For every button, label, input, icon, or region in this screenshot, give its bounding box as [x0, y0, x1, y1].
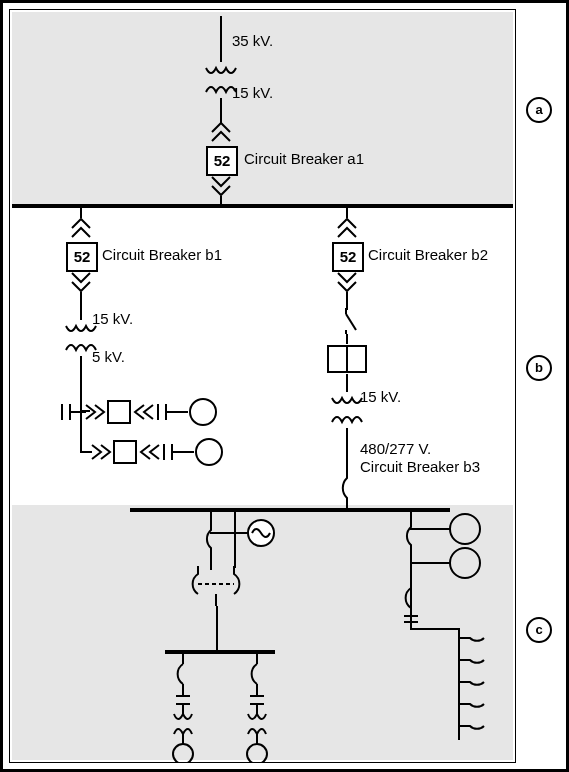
line-c-to-bus3: [216, 606, 218, 650]
line-b2-b: [346, 334, 348, 344]
chevron-up-icon: [69, 216, 93, 240]
line-b2-d: [346, 428, 348, 468]
marker-b-label: b: [535, 360, 543, 375]
load-branch-2-icon: [242, 654, 272, 763]
circuit-breaker-b2: 52: [332, 242, 364, 272]
circuit-breaker-a1: 52: [206, 146, 238, 176]
svg-point-7: [190, 399, 216, 425]
breaker-arc-b3-icon: [336, 468, 358, 508]
chevron-down-icon: [335, 270, 359, 294]
svg-line-15: [346, 314, 356, 330]
label-primary-lv: 15 kV.: [232, 84, 273, 101]
cb-a1-type: 52: [214, 152, 231, 169]
chevron-up-icon: [209, 120, 233, 144]
label-cb-b2: Circuit Breaker b2: [368, 246, 488, 263]
diagram-canvas: 35 kV. 15 kV. 52 Circuit Breaker a1: [9, 9, 516, 763]
load-branch-1-icon: [168, 654, 198, 763]
line-c-left-c: [234, 512, 236, 568]
marker-a-label: a: [535, 102, 542, 117]
svg-point-36: [450, 514, 480, 544]
drawout-element-icon: [326, 344, 368, 374]
transfer-switch-icon: [186, 566, 246, 606]
chevron-up-icon: [335, 216, 359, 240]
label-cb-a1: Circuit Breaker a1: [244, 150, 364, 167]
marker-c-label: c: [535, 622, 542, 637]
line-gen-h: [210, 532, 250, 534]
svg-point-13: [196, 439, 222, 465]
label-lv-bus-voltage: 480/277 V.: [360, 440, 431, 457]
motor-starter-1-icon: [58, 400, 238, 424]
svg-point-35: [247, 744, 267, 763]
label-b1-lv: 5 kV.: [92, 348, 125, 365]
section-markers-strip: a b c: [520, 9, 560, 763]
svg-rect-9: [114, 441, 136, 463]
label-cb-b1: Circuit Breaker b1: [102, 246, 222, 263]
cb-b1-type: 52: [74, 248, 91, 265]
breaker-arc-icon: [200, 526, 222, 552]
label-cb-b3: Circuit Breaker b3: [360, 458, 480, 475]
section-marker-b: b: [526, 355, 552, 381]
section-marker-c: c: [526, 617, 552, 643]
circuit-breaker-b1: 52: [66, 242, 98, 272]
chevron-down-icon: [209, 174, 233, 198]
svg-point-37: [450, 548, 480, 578]
line-b2-c: [346, 374, 348, 392]
diagram-frame: 35 kV. 15 kV. 52 Circuit Breaker a1: [0, 0, 569, 772]
disconnect-switch-icon: [336, 308, 360, 334]
line-motor1-h: [410, 528, 450, 530]
chevron-down-icon: [69, 270, 93, 294]
bus-lv: [130, 508, 450, 512]
svg-rect-3: [108, 401, 130, 423]
line-b1-to-tx: [80, 292, 82, 320]
panel-feeders-icon: [424, 628, 484, 744]
label-primary-hv: 35 kV.: [232, 32, 273, 49]
motor-starter-2-icon: [80, 440, 238, 464]
transformer-b2-icon: [326, 392, 368, 428]
svg-point-28: [173, 744, 193, 763]
motor-icon: [448, 512, 482, 546]
line-motor2-h: [410, 562, 450, 564]
section-marker-a: a: [526, 97, 552, 123]
generator-icon: [246, 518, 276, 548]
motor-icon: [448, 546, 482, 580]
line-incoming: [220, 16, 222, 62]
breaker-cap-icon: [400, 588, 422, 628]
cb-b2-type: 52: [340, 248, 357, 265]
bus-main: [12, 204, 513, 208]
